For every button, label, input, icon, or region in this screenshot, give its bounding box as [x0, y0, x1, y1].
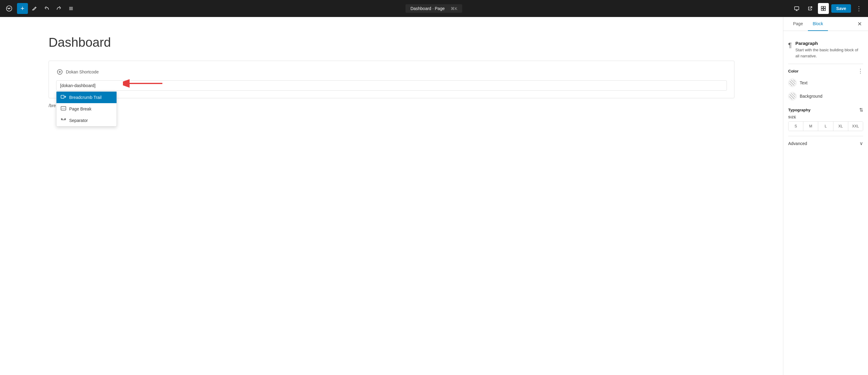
- svg-rect-11: [821, 9, 823, 11]
- size-l[interactable]: L: [818, 122, 833, 131]
- tab-block[interactable]: Block: [808, 17, 828, 31]
- svg-rect-9: [821, 6, 823, 8]
- size-control: SIZE S M L XL XXL: [788, 115, 863, 131]
- advanced-chevron-button[interactable]: ∨: [860, 140, 863, 146]
- color-more-button[interactable]: ⋮: [858, 68, 863, 74]
- desktop-preview-button[interactable]: [791, 3, 802, 14]
- breadcrumb-icon: [61, 95, 66, 100]
- color-section: Color ⋮ Text Background: [788, 64, 863, 103]
- sidebar-content: ¶ Paragraph Start with the basic buildin…: [783, 31, 868, 375]
- size-row: S M L XL XXL: [788, 121, 863, 131]
- advanced-section: Advanced ∨: [788, 136, 863, 151]
- separator-icon: [61, 118, 66, 123]
- editor-area: Dashboard Dokan Shortcode: [0, 17, 783, 375]
- redo-button[interactable]: [54, 3, 64, 14]
- typography-section: Typography ⇅ SIZE S M L XL XXL: [788, 103, 863, 136]
- pagebreak-icon: [61, 106, 66, 112]
- dropdown-item-separator[interactable]: Separator: [57, 115, 117, 126]
- page-title: Dashboard: [49, 35, 759, 50]
- block-name: Paragraph: [796, 41, 863, 46]
- toolbar: + Dashboard · Page ⌘K: [0, 0, 868, 17]
- shortcode-input[interactable]: [56, 81, 727, 91]
- add-block-button[interactable]: +: [17, 3, 28, 14]
- block-info-section: ¶ Paragraph Start with the basic buildin…: [788, 36, 863, 64]
- svg-rect-18: [61, 119, 62, 120]
- title-shortcut: ⌘K: [451, 6, 457, 11]
- size-m[interactable]: M: [803, 122, 818, 131]
- text-color-swatch[interactable]: Text: [788, 76, 863, 90]
- document-title: Dashboard · Page: [410, 6, 445, 11]
- main-layout: Dashboard Dokan Shortcode: [0, 17, 868, 375]
- block-header: Dokan Shortcode: [56, 68, 727, 75]
- svg-rect-14: [61, 95, 64, 98]
- svg-rect-5: [795, 7, 799, 10]
- more-options-button[interactable]: ⋮: [854, 3, 864, 14]
- block-desc: Start with the basic building block of a…: [796, 47, 863, 59]
- text-color-preview: [789, 80, 796, 86]
- svg-rect-10: [824, 6, 826, 8]
- separator-label: Separator: [69, 118, 88, 123]
- dropdown-wrapper: Breadcrumb Trail Page Break: [56, 81, 727, 91]
- svg-line-8: [810, 7, 812, 9]
- sidebar-tabs: Page Block ✕: [783, 17, 868, 31]
- dropdown-item-pagebreak[interactable]: Page Break: [57, 103, 117, 115]
- block-container[interactable]: Dokan Shortcode Breadcrumb Trail: [49, 61, 735, 98]
- dokan-block-icon: [56, 68, 63, 75]
- undo-button[interactable]: [41, 3, 52, 14]
- save-button[interactable]: Save: [831, 4, 851, 13]
- pagebreak-label: Page Break: [69, 106, 91, 111]
- size-xl[interactable]: XL: [833, 122, 848, 131]
- list-view-button[interactable]: [66, 3, 76, 14]
- size-s[interactable]: S: [788, 122, 803, 131]
- background-color-swatch[interactable]: Background: [788, 90, 863, 103]
- tab-page[interactable]: Page: [788, 17, 808, 31]
- dropdown-menu: Breadcrumb Trail Page Break: [56, 91, 117, 127]
- edit-mode-button[interactable]: [29, 3, 40, 14]
- background-color-circle: [788, 92, 797, 100]
- block-editor-toggle[interactable]: [818, 3, 829, 14]
- advanced-label: Advanced: [788, 141, 807, 146]
- svg-point-1: [8, 8, 10, 9]
- text-color-label: Text: [800, 81, 808, 85]
- size-label: SIZE: [788, 115, 863, 119]
- svg-rect-19: [65, 119, 66, 120]
- typography-sort-icon[interactable]: ⇅: [859, 107, 863, 113]
- wp-logo: [4, 3, 14, 14]
- block-section-info: Paragraph Start with the basic building …: [796, 41, 863, 59]
- below-text: /bre: [49, 103, 735, 108]
- toolbar-right: Save ⋮: [791, 3, 864, 14]
- document-title-box[interactable]: Dashboard · Page ⌘K: [405, 4, 462, 13]
- external-link-button[interactable]: [805, 3, 815, 14]
- paragraph-icon: ¶: [788, 41, 792, 49]
- svg-rect-12: [824, 9, 826, 11]
- typography-section-header: Typography ⇅: [788, 103, 863, 115]
- block-label: Dokan Shortcode: [66, 69, 99, 74]
- text-color-circle: [788, 79, 797, 87]
- background-color-label: Background: [800, 94, 823, 99]
- color-section-label: Color: [788, 69, 799, 73]
- color-section-header: Color ⋮: [788, 64, 863, 76]
- dropdown-item-breadcrumb[interactable]: Breadcrumb Trail: [57, 92, 117, 103]
- right-sidebar: Page Block ✕ ¶ Paragraph Start with the …: [783, 17, 868, 375]
- toolbar-center: Dashboard · Page ⌘K: [78, 4, 790, 13]
- breadcrumb-label: Breadcrumb Trail: [69, 95, 102, 100]
- background-color-preview: [789, 93, 796, 99]
- sidebar-close-button[interactable]: ✕: [856, 17, 863, 31]
- size-xxl[interactable]: XXL: [848, 122, 863, 131]
- typography-label: Typography: [788, 108, 810, 112]
